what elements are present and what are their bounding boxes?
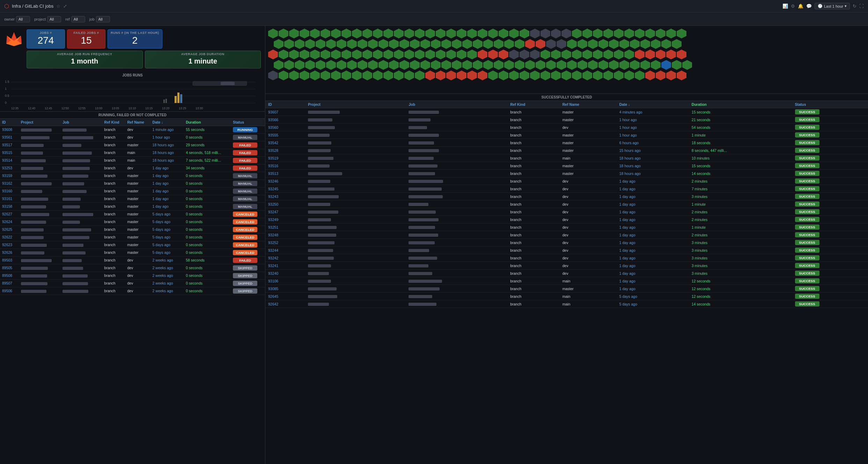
- th-date[interactable]: Date ↓: [150, 119, 184, 126]
- hex-cell[interactable]: [415, 71, 425, 80]
- hex-cell[interactable]: [337, 60, 346, 70]
- hex-cell[interactable]: [661, 39, 671, 49]
- left-table-scroll[interactable]: ID Project Job Ref Kind Ref Name Date ↓ …: [0, 119, 265, 464]
- owner-select[interactable]: All: [16, 16, 30, 22]
- hex-cell[interactable]: [666, 71, 676, 80]
- hex-cell[interactable]: [404, 71, 414, 80]
- table-row[interactable]: 92623 branch master 5 days ago 0 seconds…: [0, 241, 265, 249]
- hex-cell[interactable]: [488, 71, 498, 80]
- table-row[interactable]: 89508 branch dev 2 weeks ago 0 seconds S…: [0, 272, 265, 279]
- table-row[interactable]: 93528 branch master 15 hours ago 8 secon…: [265, 147, 868, 154]
- th-job[interactable]: Job: [60, 119, 102, 126]
- table-row[interactable]: 93252 branch dev 1 day ago 3 minutes SUC…: [265, 239, 868, 246]
- table-row[interactable]: 93560 branch dev 1 hour ago 54 seconds S…: [265, 124, 868, 131]
- hex-cell[interactable]: [310, 50, 320, 59]
- hex-cell[interactable]: [441, 60, 451, 70]
- hex-cell[interactable]: [536, 60, 545, 70]
- hex-cell[interactable]: [452, 39, 462, 49]
- hex-cell[interactable]: [473, 39, 483, 49]
- hex-cell[interactable]: [499, 29, 508, 38]
- hex-cell[interactable]: [593, 29, 603, 38]
- hex-cell[interactable]: [494, 60, 503, 70]
- hex-cell[interactable]: [436, 71, 446, 80]
- table-row[interactable]: 93248 branch dev 1 day ago 2 minutes SUC…: [265, 231, 868, 239]
- hex-cell[interactable]: [284, 39, 294, 49]
- hex-cell[interactable]: [546, 39, 556, 49]
- hex-cell[interactable]: [425, 50, 435, 59]
- table-row[interactable]: 93245 branch dev 1 day ago 7 minutes SUC…: [265, 185, 868, 193]
- hex-cell[interactable]: [431, 60, 441, 70]
- hex-cell[interactable]: [446, 50, 456, 59]
- hex-cell[interactable]: [352, 29, 362, 38]
- table-row[interactable]: 89507 branch dev 2 weeks ago 0 seconds S…: [0, 279, 265, 287]
- hex-cell[interactable]: [368, 39, 378, 49]
- hex-cell[interactable]: [284, 60, 294, 70]
- hex-cell[interactable]: [383, 71, 393, 80]
- hex-cell[interactable]: [331, 71, 341, 80]
- table-row[interactable]: 93566 branch master 1 hour ago 21 second…: [265, 116, 868, 124]
- hex-cell[interactable]: [672, 39, 682, 49]
- hex-cell[interactable]: [540, 71, 550, 80]
- hex-cell[interactable]: [378, 60, 388, 70]
- hex-cell[interactable]: [515, 39, 524, 49]
- hex-cell[interactable]: [467, 29, 477, 38]
- hex-cell[interactable]: [561, 29, 571, 38]
- table-row[interactable]: 93161 branch master 1 day ago 0 seconds …: [0, 195, 265, 202]
- hex-cell[interactable]: [614, 50, 624, 59]
- hex-cell[interactable]: [624, 29, 634, 38]
- table-row[interactable]: 93246 branch dev 1 day ago 2 minutes SUC…: [265, 177, 868, 185]
- hex-cell[interactable]: [415, 50, 425, 59]
- rth-date[interactable]: Date ↓: [617, 101, 689, 108]
- hex-cell[interactable]: [431, 39, 441, 49]
- hex-cell[interactable]: [295, 60, 304, 70]
- hex-cell[interactable]: [358, 60, 367, 70]
- th-ref-name[interactable]: Ref Name: [125, 119, 150, 126]
- rth-duration[interactable]: Duration: [689, 101, 792, 108]
- hex-cell[interactable]: [635, 71, 645, 80]
- comment-icon[interactable]: 💬: [806, 3, 812, 9]
- hex-cell[interactable]: [614, 29, 624, 38]
- hex-cell[interactable]: [624, 50, 634, 59]
- hex-cell[interactable]: [425, 71, 435, 80]
- hex-cell[interactable]: [362, 71, 372, 80]
- hex-cell[interactable]: [515, 60, 524, 70]
- hex-cell[interactable]: [383, 50, 393, 59]
- hex-cell[interactable]: [362, 50, 372, 59]
- hex-cell[interactable]: [488, 29, 498, 38]
- hex-cell[interactable]: [619, 39, 629, 49]
- hex-cell[interactable]: [499, 50, 508, 59]
- hex-cell[interactable]: [305, 60, 315, 70]
- hex-cell[interactable]: [582, 29, 592, 38]
- hex-cell[interactable]: [394, 29, 404, 38]
- settings-icon[interactable]: ⚙: [791, 3, 795, 9]
- rth-status[interactable]: Status: [792, 101, 868, 108]
- hex-cell[interactable]: [651, 60, 661, 70]
- hex-cell[interactable]: [478, 50, 487, 59]
- hex-cell[interactable]: [635, 50, 645, 59]
- hex-cell[interactable]: [656, 71, 665, 80]
- table-row[interactable]: 93159 branch master 1 day ago 0 seconds …: [0, 172, 265, 179]
- table-row[interactable]: 93162 branch master 1 day ago 0 seconds …: [0, 179, 265, 187]
- table-row[interactable]: 92624 branch master 5 days ago 0 seconds…: [0, 218, 265, 226]
- hex-cell[interactable]: [677, 50, 686, 59]
- table-row[interactable]: 93250 branch dev 1 day ago 1 minute SUCC…: [265, 200, 868, 208]
- hex-cell[interactable]: [383, 29, 393, 38]
- hex-cell[interactable]: [478, 71, 487, 80]
- hex-cell[interactable]: [326, 60, 336, 70]
- hex-cell[interactable]: [630, 60, 640, 70]
- hex-cell[interactable]: [467, 50, 477, 59]
- hex-cell[interactable]: [645, 50, 655, 59]
- hex-cell[interactable]: [420, 39, 430, 49]
- hex-cell[interactable]: [578, 39, 587, 49]
- hex-cell[interactable]: [603, 71, 613, 80]
- hex-cell[interactable]: [635, 29, 645, 38]
- hex-cell[interactable]: [415, 29, 425, 38]
- hex-cell[interactable]: [352, 50, 362, 59]
- hex-cell[interactable]: [274, 39, 284, 49]
- hex-cell[interactable]: [666, 50, 676, 59]
- hex-cell[interactable]: [483, 39, 493, 49]
- table-row[interactable]: 93158 branch master 1 day ago 0 seconds …: [0, 202, 265, 210]
- hex-cell[interactable]: [331, 29, 341, 38]
- table-row[interactable]: 93241 branch dev 1 day ago 3 minutes SUC…: [265, 262, 868, 270]
- table-row[interactable]: 93249 branch dev 1 day ago 2 minutes SUC…: [265, 216, 868, 223]
